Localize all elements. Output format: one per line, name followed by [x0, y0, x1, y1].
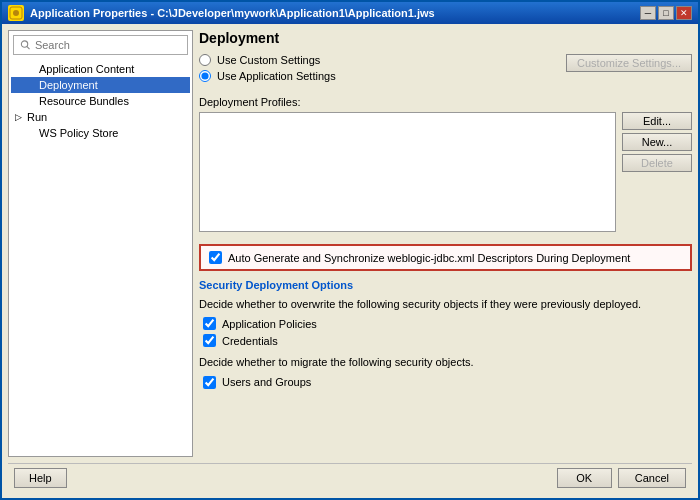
tree-item-ws-policy-store[interactable]: WS Policy Store	[11, 125, 190, 141]
title-bar: Application Properties - C:\JDeveloper\m…	[2, 2, 698, 24]
application-properties-window: Application Properties - C:\JDeveloper\m…	[0, 0, 700, 500]
checkbox-users-groups-item[interactable]: Users and Groups	[199, 376, 692, 389]
ok-button[interactable]: OK	[557, 468, 612, 488]
search-input[interactable]	[35, 39, 181, 51]
title-bar-controls: ─ □ ✕	[640, 6, 692, 20]
cancel-button[interactable]: Cancel	[618, 468, 686, 488]
new-button[interactable]: New...	[622, 133, 692, 151]
tree-area: Application Content Deployment Resource …	[9, 59, 192, 456]
maximize-button[interactable]: □	[658, 6, 674, 20]
checkbox-credentials-item[interactable]: Credentials	[199, 334, 692, 347]
tree-item-deployment[interactable]: Deployment	[11, 77, 190, 93]
tree-item-run-label: Run	[27, 111, 47, 123]
tree-item-run[interactable]: ▷ Run	[11, 109, 190, 125]
checkbox-app-policies-label: Application Policies	[222, 318, 317, 330]
autogen-checkbox-area[interactable]: Auto Generate and Synchronize weblogic-j…	[199, 244, 692, 271]
window-title: Application Properties - C:\JDeveloper\m…	[30, 7, 435, 19]
security-desc-2: Decide whether to migrate the following …	[199, 355, 692, 370]
footer: Help OK Cancel	[8, 463, 692, 492]
radio-custom-settings[interactable]: Use Custom Settings	[199, 54, 336, 66]
settings-radio-group: Use Custom Settings Use Application Sett…	[199, 54, 336, 82]
radio-application-input[interactable]	[199, 70, 211, 82]
footer-right: OK Cancel	[557, 468, 686, 488]
checkbox-app-policies[interactable]	[203, 317, 216, 330]
profiles-list[interactable]	[199, 112, 616, 232]
svg-point-2	[21, 41, 27, 47]
app-icon	[8, 5, 24, 21]
section-title: Deployment	[199, 30, 692, 46]
radio-custom-input[interactable]	[199, 54, 211, 66]
profiles-label: Deployment Profiles:	[199, 96, 692, 108]
customize-settings-button[interactable]: Customize Settings...	[566, 54, 692, 72]
search-box[interactable]	[13, 35, 188, 55]
minimize-button[interactable]: ─	[640, 6, 656, 20]
expand-icon: ▷	[15, 112, 25, 122]
search-icon	[20, 39, 31, 51]
autogen-checkbox[interactable]	[209, 251, 222, 264]
main-area: Application Content Deployment Resource …	[8, 30, 692, 457]
profiles-area: Edit... New... Delete	[199, 112, 692, 238]
checkbox-app-policies-item[interactable]: Application Policies	[199, 317, 692, 330]
checkbox-credentials-label: Credentials	[222, 335, 278, 347]
edit-button[interactable]: Edit...	[622, 112, 692, 130]
profiles-buttons: Edit... New... Delete	[622, 112, 692, 238]
svg-line-3	[27, 46, 30, 49]
security-desc-1: Decide whether to overwrite the followin…	[199, 297, 692, 312]
checkbox-users-groups-label: Users and Groups	[222, 376, 311, 388]
radio-custom-label: Use Custom Settings	[217, 54, 320, 66]
autogen-label: Auto Generate and Synchronize weblogic-j…	[228, 252, 630, 264]
window-content: Application Content Deployment Resource …	[2, 24, 698, 498]
right-panel: Deployment Use Custom Settings Use Appli…	[199, 30, 692, 457]
checkbox-credentials[interactable]	[203, 334, 216, 347]
checkbox-users-groups[interactable]	[203, 376, 216, 389]
delete-button[interactable]: Delete	[622, 154, 692, 172]
close-button[interactable]: ✕	[676, 6, 692, 20]
left-panel: Application Content Deployment Resource …	[8, 30, 193, 457]
svg-point-1	[13, 10, 19, 16]
security-section-title: Security Deployment Options	[199, 279, 692, 291]
help-button[interactable]: Help	[14, 468, 67, 488]
title-bar-left: Application Properties - C:\JDeveloper\m…	[8, 5, 435, 21]
tree-item-application-content[interactable]: Application Content	[11, 61, 190, 77]
radio-application-label: Use Application Settings	[217, 70, 336, 82]
tree-item-resource-bundles[interactable]: Resource Bundles	[11, 93, 190, 109]
radio-application-settings[interactable]: Use Application Settings	[199, 70, 336, 82]
